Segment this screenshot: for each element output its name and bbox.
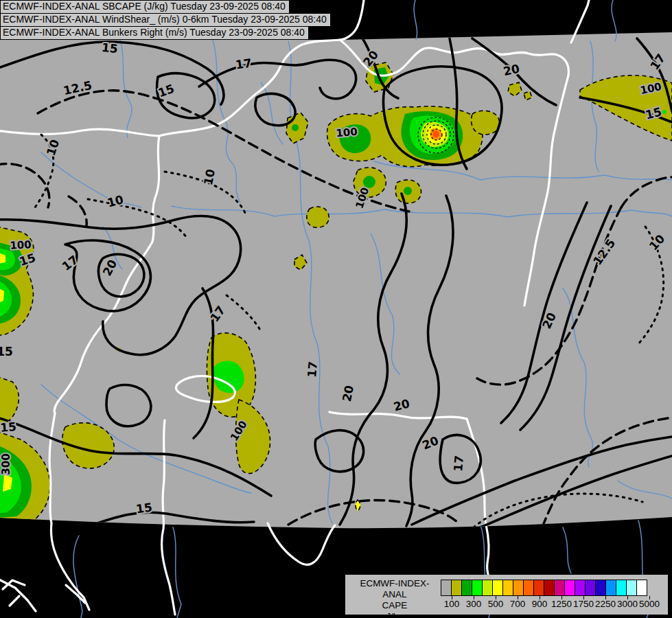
legend-units-label: J/kg [351,611,439,618]
legend-swatch [554,580,565,596]
title-sbcape: ECMWF-INDEX-ANAL SBCAPE (J/kg) Tuesday 2… [0,0,290,14]
legend-tick-label: 5000 [634,599,664,609]
legend-swatch [544,580,555,596]
legend-swatch [595,580,606,596]
contour-label-17: 17 [235,56,253,71]
contour-label-15: 15 [0,345,13,358]
contour-label-100: 100 [336,126,358,140]
title-windshear: ECMWF-INDEX-ANAL WindShear_ (m/s) 0-6km … [0,13,331,27]
map-title-block: ECMWF-INDEX-ANAL SBCAPE (J/kg) Tuesday 2… [0,0,331,40]
contour-label-17: 17 [451,455,466,472]
weather-map-screen: 1512.51517101010202017100151001001001517… [0,0,672,618]
legend-swatch [585,580,596,596]
legend-swatch [451,580,462,596]
weather-map-canvas: 1512.51517101010202017100151001001001517… [0,0,672,618]
legend-swatch [482,580,493,596]
contour-label-17: 17 [305,360,320,378]
legend-parameter-label: CAPE [351,600,439,611]
legend-swatch [523,580,534,596]
contour-label-100: 100 [10,238,32,252]
legend-swatch [605,580,616,596]
legend-swatch [461,580,472,596]
contour-label-15: 15 [101,41,119,56]
contour-label-300: 300 [0,453,12,474]
legend-swatch [492,580,503,596]
legend-swatch [616,580,627,596]
legend-swatch [575,580,586,596]
cape-legend: ECMWF-INDEX-ANAL CAPE J/kg 1003005007009… [345,575,668,615]
legend-swatch [513,580,524,596]
legend-swatch [472,580,483,596]
legend-swatch [626,580,637,596]
contour-label-15: 15 [0,420,17,435]
legend-swatch [533,580,544,596]
legend-swatch [502,580,513,596]
title-bunkers-right: ECMWF-INDEX-ANAL Bunkers Right (m/s) Tue… [0,26,309,40]
legend-color-bar [441,580,647,596]
legend-product-label: ECMWF-INDEX-ANAL [351,578,439,600]
legend-swatch [441,580,452,596]
legend-text-block: ECMWF-INDEX-ANAL CAPE J/kg [351,578,439,618]
contour-label-15: 15 [135,500,153,516]
legend-swatch [564,580,575,596]
legend-swatch [636,580,647,596]
